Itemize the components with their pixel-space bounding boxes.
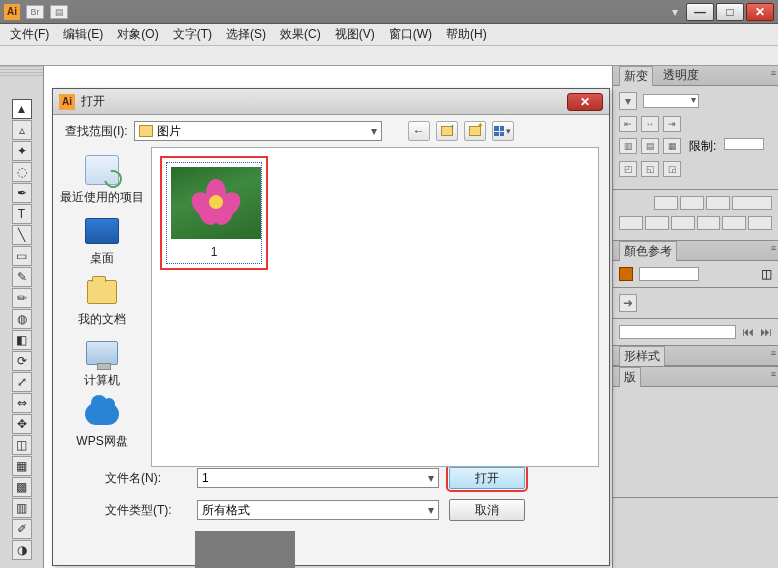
panel-menu-icon[interactable]: ≡	[771, 369, 776, 379]
place-wps[interactable]: WPS网盘	[57, 397, 147, 450]
value-field[interactable]	[619, 325, 736, 339]
place-computer[interactable]: 计算机	[57, 336, 147, 389]
blend-tool[interactable]: ◑	[12, 540, 32, 560]
nav-newfolder-button[interactable]	[464, 121, 486, 141]
panel-strip: ⏮ ⏭	[613, 319, 778, 346]
free-transform-tool[interactable]: ✥	[12, 414, 32, 434]
place-recent[interactable]: 最近使用的项目	[57, 153, 147, 206]
width-tool[interactable]: ⇔	[12, 393, 32, 413]
place-mydocs[interactable]: 我的文档	[57, 275, 147, 328]
gradient-type-icon[interactable]: ▾	[619, 92, 637, 110]
dialog-close-button[interactable]: ✕	[567, 93, 603, 111]
panel-menu-icon[interactable]: ≡	[771, 243, 776, 253]
rotate-tool[interactable]: ⟳	[12, 351, 32, 371]
corner-3-icon[interactable]: ◲	[663, 161, 681, 177]
panel-menu-icon[interactable]: ≡	[771, 68, 776, 78]
pen-tool[interactable]: ✒	[12, 183, 32, 203]
nav-up-button[interactable]	[436, 121, 458, 141]
filetype-dropdown[interactable]: 所有格式	[197, 500, 439, 520]
tab-gradient[interactable]: 新变	[619, 66, 653, 86]
corner-1-icon[interactable]: ◰	[619, 161, 637, 177]
tab-transparency[interactable]: 透明度	[663, 67, 699, 84]
file-list-pane[interactable]: 1	[151, 147, 599, 467]
panel-unknown-arrow: ➜	[613, 288, 778, 319]
perspective-tool[interactable]: ▦	[12, 456, 32, 476]
tab-color-guide[interactable]: 顏色参考	[619, 241, 677, 261]
magic-wand-tool[interactable]: ✦	[12, 141, 32, 161]
menu-window[interactable]: 窗口(W)	[389, 26, 432, 43]
base-color-swatch[interactable]	[619, 267, 633, 281]
align-center-icon[interactable]: ↔	[641, 116, 659, 132]
skip-next-icon[interactable]: ⏭	[760, 325, 772, 339]
eyedropper-tool[interactable]: ✐	[12, 519, 32, 539]
menu-select[interactable]: 选择(S)	[226, 26, 266, 43]
align-left-icon[interactable]: ⇤	[619, 116, 637, 132]
mesh-tool[interactable]: ▩	[12, 477, 32, 497]
lasso-tool[interactable]: ◌	[12, 162, 32, 182]
corner-2-icon[interactable]: ◱	[641, 161, 659, 177]
dash-preset-wide[interactable]	[732, 196, 772, 210]
folder-up-icon	[441, 126, 453, 136]
titlebar-menu-caret[interactable]: ▾	[672, 5, 678, 19]
align-right-icon[interactable]: ⇥	[663, 116, 681, 132]
skip-prev-icon[interactable]: ⏮	[742, 325, 754, 339]
file-item[interactable]: 1	[160, 156, 268, 270]
dash-preset-1[interactable]	[654, 196, 678, 210]
pencil-tool[interactable]: ✏	[12, 288, 32, 308]
paintbrush-tool[interactable]: ✎	[12, 267, 32, 287]
menu-type[interactable]: 文字(T)	[173, 26, 212, 43]
filename-input[interactable]: 1	[197, 468, 439, 488]
close-button[interactable]: ✕	[746, 3, 774, 21]
distribute-1-icon[interactable]: ▥	[619, 138, 637, 154]
nav-back-button[interactable]: ←	[408, 121, 430, 141]
gradient-preset-dropdown[interactable]	[643, 94, 699, 108]
blob-brush-tool[interactable]: ◍	[12, 309, 32, 329]
dash-val-4[interactable]	[697, 216, 721, 230]
dialog-titlebar[interactable]: Ai 打开 ✕	[53, 89, 609, 115]
expand-panel-icon[interactable]: ➜	[619, 294, 637, 312]
menu-file[interactable]: 文件(F)	[10, 26, 49, 43]
tab-graphic-styles[interactable]: 形样式	[619, 346, 665, 366]
selection-tool[interactable]: ▲	[12, 99, 32, 119]
places-bar: 最近使用的项目 桌面 我的文档 计算机 WPS网盘	[53, 147, 151, 467]
bridge-chip-icon[interactable]: Br	[26, 5, 44, 19]
harmony-dropdown[interactable]	[639, 267, 699, 281]
filename-value: 1	[202, 471, 209, 485]
menu-view[interactable]: 视图(V)	[335, 26, 375, 43]
dash-val-5[interactable]	[722, 216, 746, 230]
distribute-2-icon[interactable]: ▤	[641, 138, 659, 154]
gradient-tool[interactable]: ▥	[12, 498, 32, 518]
menu-help[interactable]: 帮助(H)	[446, 26, 487, 43]
minimize-button[interactable]: —	[686, 3, 714, 21]
shape-builder-tool[interactable]: ◫	[12, 435, 32, 455]
menu-bar: 文件(F) 编辑(E) 对象(O) 文字(T) 选择(S) 效果(C) 视图(V…	[0, 24, 778, 46]
distribute-3-icon[interactable]: ▦	[663, 138, 681, 154]
tab-artboards[interactable]: 版	[619, 367, 641, 387]
menu-edit[interactable]: 编辑(E)	[63, 26, 103, 43]
panel-menu-icon[interactable]: ≡	[771, 348, 776, 358]
rectangle-tool[interactable]: ▭	[12, 246, 32, 266]
dash-val-6[interactable]	[748, 216, 772, 230]
direct-selection-tool[interactable]: ▵	[12, 120, 32, 140]
limit-input[interactable]	[724, 138, 764, 150]
type-tool[interactable]: T	[12, 204, 32, 224]
view-mode-button[interactable]	[492, 121, 514, 141]
dash-preset-3[interactable]	[706, 196, 730, 210]
eraser-tool[interactable]: ◧	[12, 330, 32, 350]
place-desktop[interactable]: 桌面	[57, 214, 147, 267]
dash-val-3[interactable]	[671, 216, 695, 230]
dash-val-2[interactable]	[645, 216, 669, 230]
arrange-chip-icon[interactable]: ▤	[50, 5, 68, 19]
maximize-button[interactable]: □	[716, 3, 744, 21]
dash-val-1[interactable]	[619, 216, 643, 230]
open-button[interactable]: 打开	[449, 467, 525, 489]
dash-preset-2[interactable]	[680, 196, 704, 210]
cancel-button[interactable]: 取消	[449, 499, 525, 521]
lookin-dropdown[interactable]: 图片	[134, 121, 382, 141]
menu-object[interactable]: 对象(O)	[117, 26, 158, 43]
menu-effect[interactable]: 效果(C)	[280, 26, 321, 43]
line-tool[interactable]: ╲	[12, 225, 32, 245]
color-guide-options-icon[interactable]: ◫	[761, 267, 772, 281]
tool-panel-grabber[interactable]	[0, 66, 43, 76]
scale-tool[interactable]: ⤢	[12, 372, 32, 392]
